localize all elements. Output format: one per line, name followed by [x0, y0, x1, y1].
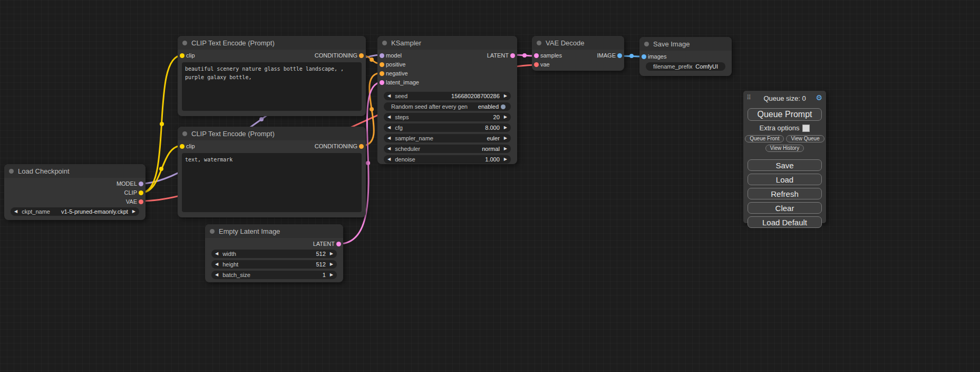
settings-gear-icon[interactable]: ⚙ — [816, 93, 822, 102]
prompt-textarea[interactable]: beautiful scenery nature glass bottle la… — [182, 62, 362, 111]
model-output-port[interactable] — [139, 182, 143, 186]
node-title-bar[interactable]: CLIP Text Encode (Prompt) — [178, 127, 366, 140]
node-empty-latent-image[interactable]: Empty Latent Image LATENT ◀ width 512 ▶ … — [205, 224, 343, 282]
arrow-right-icon[interactable]: ▶ — [504, 155, 507, 164]
slot-label-samples-input: samples — [540, 52, 562, 59]
link-dot-image — [629, 54, 634, 58]
arrow-left-icon[interactable]: ◀ — [215, 260, 218, 269]
conditioning-output-port[interactable] — [359, 53, 364, 58]
latent-image-input-port[interactable] — [380, 80, 384, 85]
collapse-dot-icon[interactable] — [210, 229, 215, 234]
widget-value: 20 — [493, 114, 500, 120]
conditioning-output-port[interactable] — [359, 144, 364, 149]
load-button[interactable]: Load — [748, 174, 822, 185]
arrow-right-icon[interactable]: ▶ — [504, 92, 507, 100]
node-title-bar[interactable]: CLIP Text Encode (Prompt) — [178, 36, 366, 50]
batch-size-widget[interactable]: ◀ batch_size 1 ▶ — [211, 271, 337, 279]
node-save-image[interactable]: Save Image images filename_prefix ComfyU… — [639, 37, 732, 76]
negative-input-port[interactable] — [380, 71, 384, 76]
clip-input-port[interactable] — [180, 144, 185, 149]
queue-prompt-button[interactable]: Queue Prompt — [748, 108, 822, 121]
slot-label-clip-input: clip — [186, 52, 195, 59]
arrow-left-icon[interactable]: ◀ — [387, 123, 391, 132]
arrow-left-icon[interactable]: ◀ — [215, 271, 218, 279]
slot-row-model: model LATENT — [377, 51, 517, 60]
toggle-dot-icon[interactable] — [501, 104, 506, 109]
ckpt-name-widget[interactable]: ◀ ckpt_name v1-5-pruned-emaonly.ckpt ▶ — [11, 207, 139, 216]
collapse-dot-icon[interactable] — [182, 41, 187, 45]
model-input-port[interactable] — [380, 53, 384, 58]
latent-output-port[interactable] — [510, 53, 515, 58]
collapse-dot-icon[interactable] — [182, 131, 187, 136]
arrow-left-icon[interactable]: ◀ — [387, 134, 391, 142]
view-history-button[interactable]: View History — [765, 145, 804, 152]
node-title-bar[interactable]: VAE Decode — [532, 36, 624, 50]
refresh-button[interactable]: Refresh — [748, 188, 822, 199]
sampler-name-widget[interactable]: ◀ sampler_name euler ▶ — [384, 134, 511, 142]
extra-options-checkbox[interactable] — [802, 125, 810, 132]
load-default-button[interactable]: Load Default — [748, 216, 822, 228]
prompt-textarea[interactable]: text, watermark — [182, 153, 362, 212]
slot-label-vae-input: vae — [540, 61, 550, 68]
widget-name: height — [222, 261, 238, 268]
width-widget[interactable]: ◀ width 512 ▶ — [211, 250, 337, 258]
arrow-left-icon[interactable]: ◀ — [215, 250, 218, 258]
arrow-right-icon[interactable]: ▶ — [330, 271, 333, 279]
clip-input-port[interactable] — [180, 53, 185, 58]
node-vae-decode[interactable]: VAE Decode samples IMAGE vae — [532, 36, 624, 71]
samples-input-port[interactable] — [534, 53, 539, 58]
node-ksampler[interactable]: KSampler model LATENT positive negative … — [377, 36, 517, 164]
spacer — [743, 154, 826, 159]
arrow-left-icon[interactable]: ◀ — [387, 92, 391, 100]
collapse-dot-icon[interactable] — [644, 42, 649, 46]
clip-output-port[interactable] — [139, 190, 143, 195]
node-clip-text-encode-negative[interactable]: CLIP Text Encode (Prompt) clip CONDITION… — [178, 127, 366, 217]
arrow-left-icon[interactable]: ◀ — [387, 145, 391, 153]
filename-prefix-widget[interactable]: filename_prefix ComfyUI — [646, 62, 725, 71]
scheduler-widget[interactable]: ◀ scheduler normal ▶ — [384, 145, 511, 153]
arrow-right-icon[interactable]: ▶ — [504, 123, 507, 132]
arrow-left-icon[interactable]: ◀ — [387, 155, 391, 164]
cfg-widget[interactable]: ◀ cfg 8.000 ▶ — [384, 123, 511, 132]
node-title-bar[interactable]: KSampler — [377, 36, 517, 50]
collapse-dot-icon[interactable] — [537, 41, 541, 45]
view-queue-button[interactable]: View Queue — [786, 135, 824, 142]
images-input-port[interactable] — [642, 54, 646, 59]
widget-value: enabled — [478, 103, 499, 110]
arrow-right-icon[interactable]: ▶ — [504, 134, 507, 142]
save-button[interactable]: Save — [748, 159, 822, 171]
node-title-bar[interactable]: Load Checkpoint — [4, 164, 145, 178]
queue-panel-header: ⠿ Queue size: 0 ⚙ — [743, 91, 826, 106]
arrow-right-icon[interactable]: ▶ — [504, 145, 507, 153]
collapse-dot-icon[interactable] — [9, 169, 14, 174]
vae-output-port[interactable] — [139, 199, 143, 204]
collapse-dot-icon[interactable] — [382, 41, 387, 45]
arrow-right-icon[interactable]: ▶ — [330, 250, 333, 258]
drag-handle-icon[interactable]: ⠿ — [746, 94, 751, 101]
node-title-bar[interactable]: Save Image — [639, 37, 732, 51]
node-clip-text-encode-positive[interactable]: CLIP Text Encode (Prompt) clip CONDITION… — [178, 36, 366, 116]
arrow-left-icon[interactable]: ◀ — [14, 207, 17, 216]
arrow-left-icon[interactable]: ◀ — [387, 113, 391, 121]
output-row-latent: LATENT — [205, 240, 343, 249]
link-dot-clip-positive — [160, 122, 164, 126]
seed-widget[interactable]: ◀ seed 156680208700286 ▶ — [384, 92, 511, 100]
steps-widget[interactable]: ◀ steps 20 ▶ — [384, 113, 511, 121]
node-load-checkpoint[interactable]: Load Checkpoint MODEL CLIP VAE ◀ ckpt_na… — [4, 164, 145, 220]
graph-canvas[interactable]: Load Checkpoint MODEL CLIP VAE ◀ ckpt_na… — [0, 0, 980, 372]
height-widget[interactable]: ◀ height 512 ▶ — [211, 260, 337, 269]
latent-output-port[interactable] — [336, 242, 341, 246]
image-output-port[interactable] — [617, 53, 622, 58]
queue-front-button[interactable]: Queue Front — [745, 135, 784, 142]
arrow-right-icon[interactable]: ▶ — [504, 113, 507, 121]
arrow-right-icon[interactable]: ▶ — [330, 260, 333, 269]
view-history-row: View History — [743, 145, 826, 152]
denoise-widget[interactable]: ◀ denoise 1.000 ▶ — [384, 155, 511, 164]
positive-input-port[interactable] — [380, 62, 384, 67]
arrow-right-icon[interactable]: ▶ — [132, 207, 135, 216]
widget-name: steps — [395, 114, 409, 120]
random-seed-toggle-widget[interactable]: Random seed after every gen enabled — [384, 102, 511, 111]
clear-button[interactable]: Clear — [748, 202, 822, 214]
vae-input-port[interactable] — [534, 62, 539, 67]
node-title-bar[interactable]: Empty Latent Image — [205, 224, 343, 238]
